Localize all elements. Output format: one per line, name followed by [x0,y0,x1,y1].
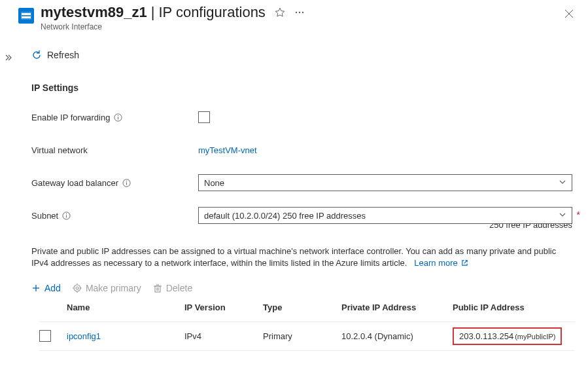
row-public-ip: 203.0.113.254 [459,331,513,341]
svg-point-14 [126,181,127,181]
subnet-select[interactable]: default (10.2.0.0/24) 250 free IP addres… [198,207,572,224]
row-private-ip: 10.2.0.4 (Dynamic) [341,331,453,341]
row-ip-version: IPv4 [184,331,263,341]
close-icon[interactable] [564,9,575,20]
svg-rect-1 [22,13,31,15]
title-separator: | [151,4,155,21]
svg-point-4 [296,12,297,13]
network-interface-icon [18,8,34,24]
row-type: Primary [263,331,341,341]
star-icon[interactable] [275,7,285,18]
subtitle: Network Interface [41,22,564,31]
col-ip-version: IP Version [184,302,263,312]
subnet-value: default (10.2.0.0/24) 250 free IP addres… [204,211,366,221]
row-public-ip-highlight: 203.0.113.254 (myPublicIP) [453,327,562,345]
info-icon[interactable] [62,211,71,220]
svg-rect-2 [22,16,31,18]
chevron-down-icon [559,211,566,221]
gateway-load-balancer-value: None [204,178,224,188]
info-icon[interactable] [122,179,131,187]
external-link-icon [461,258,468,270]
subnet-label: Subnet [31,211,58,221]
col-type: Type [263,302,341,312]
section-title: IP Settings [31,82,588,93]
make-primary-label: Make primary [86,283,141,293]
delete-label: Delete [166,283,192,293]
svg-point-17 [66,213,67,214]
svg-point-11 [118,115,118,116]
row-name-link[interactable]: ipconfig1 [67,331,101,341]
refresh-icon[interactable] [31,50,42,60]
virtual-network-link[interactable]: myTestVM-vnet [198,145,257,155]
learn-more-label: Learn more [414,258,457,268]
refresh-button[interactable]: Refresh [47,50,79,60]
delete-button: Delete [153,283,192,293]
svg-point-6 [302,12,303,13]
info-icon[interactable] [114,113,122,122]
command-bar: Refresh [31,50,588,60]
svg-rect-27 [155,286,160,292]
col-name: Name [67,302,184,312]
add-label: Add [44,283,61,293]
resource-name: mytestvm89_z1 [41,4,147,21]
info-paragraph: Private and public IP addresses can be a… [31,246,575,270]
table-row[interactable]: ipconfig1 IPv4 Primary 10.2.0.4 (Dynamic… [39,322,575,351]
grid-header: Name IP Version Type Private IP Address … [39,293,575,322]
svg-line-18 [464,260,468,263]
svg-point-21 [74,285,80,291]
svg-rect-0 [21,12,31,20]
svg-point-5 [299,12,300,13]
enable-ip-forwarding-checkbox[interactable] [198,111,210,123]
page-title: mytestvm89_z1 | IP configurations [41,4,564,21]
col-public-ip: Public IP Address [453,302,583,312]
virtual-network-label: Virtual network [31,145,88,155]
learn-more-link[interactable]: Learn more [414,258,468,268]
ellipsis-icon[interactable] [294,7,305,18]
col-private-ip: Private IP Address [341,302,453,312]
chevron-down-icon [559,178,566,188]
chevron-collapse-icon[interactable] [4,54,12,64]
ip-config-grid: Name IP Version Type Private IP Address … [39,293,575,351]
gateway-load-balancer-label: Gateway load balancer [31,178,118,188]
svg-point-22 [76,287,78,289]
enable-ip-forwarding-label: Enable IP forwarding [31,113,110,122]
add-button[interactable]: Add [31,283,61,293]
svg-marker-3 [275,8,284,16]
blade-title: IP configurations [158,4,265,21]
required-indicator: * [577,210,580,220]
gateway-load-balancer-select[interactable]: None [198,174,572,191]
row-public-ip-name: (myPublicIP) [515,333,555,340]
row-checkbox[interactable] [39,330,51,342]
info-text: Private and public IP addresses can be a… [31,246,556,268]
make-primary-button: Make primary [73,283,141,293]
